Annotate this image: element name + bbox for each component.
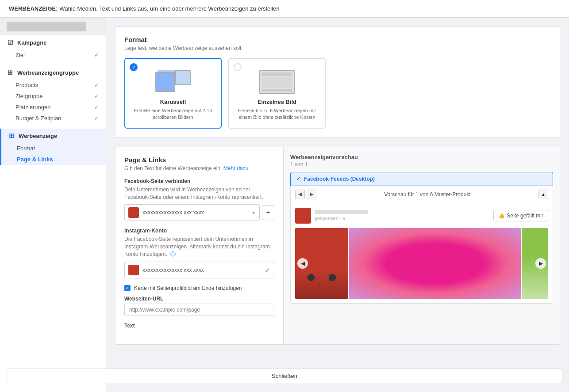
karte-checkbox-label: Karte mit Seitenprofilbild am Ende hinzu… xyxy=(134,285,242,291)
instagram-dot xyxy=(128,265,139,275)
webseiten-url-input[interactable] xyxy=(124,304,274,316)
divider-2 xyxy=(0,126,106,126)
facebook-seite-select-wrapper: xxxxxxxxxxxxxxx xxx xxxx ▼ + xyxy=(124,204,274,221)
karussell-icon xyxy=(155,70,191,94)
instagram-value: xxxxxxxxxxxxxxx xxx xxxx xyxy=(142,267,263,273)
close-button[interactable]: Schließen xyxy=(7,369,106,383)
kampagne-icon: ☑ xyxy=(7,39,14,46)
nav-arrows: ◀ ▶ xyxy=(295,190,316,199)
page-links-title: Page & Links xyxy=(124,156,274,164)
text-label: Text xyxy=(124,323,274,329)
karussell-radio[interactable] xyxy=(130,63,138,71)
werbeanzeige-icon: ⊞ xyxy=(8,132,15,139)
budget-check: ✓ xyxy=(94,115,99,122)
preview-tab-facebook[interactable]: ✓ Facebook-Feeeds (Desktop) xyxy=(290,172,553,186)
format-subtitle: Lege fest, wie deine Werbeanzeige ausseh… xyxy=(124,45,551,51)
sidebar-werbeanzeige-section: ⊞ Werbeanzeige Format Page & Links xyxy=(0,129,106,165)
page-links-subtitle-text: Gib den Text für deine Werbeanzeige ein. xyxy=(124,165,222,171)
chevron-down-icon: ▼ xyxy=(251,210,256,215)
format-option-karussell[interactable]: Karussell Erstelle eine Werbeanzeige mit… xyxy=(124,58,222,129)
facebook-seite-desc: Dein Unternehmen wird in Werbeanzeigen v… xyxy=(124,186,274,201)
sidebar-item-page-links[interactable]: Page & Links xyxy=(1,154,106,165)
zielgruppe-label: Zielgruppe xyxy=(15,93,42,99)
preview-tab-check-icon: ✓ xyxy=(296,176,300,182)
einzelnes-bild-icon xyxy=(259,70,295,94)
img-nav-left[interactable]: ◀ xyxy=(297,258,308,269)
sidebar-group-werbeanzeigengruppe[interactable]: ⊞ Werbeanzeigengruppe xyxy=(0,65,106,80)
avatar xyxy=(295,208,311,224)
karte-checkbox[interactable] xyxy=(124,285,131,291)
instagram-check-icon: ✓ xyxy=(265,266,270,274)
ad-author-sub: gesponsert · ♠ xyxy=(315,216,368,221)
einzelnes-bild-desc: Erstelle bis zu 6 Werbeanzeigen mit eine… xyxy=(236,107,318,121)
add-facebook-seite-button[interactable]: + xyxy=(262,205,274,220)
instagram-select[interactable]: xxxxxxxxxxxxxxx xxx xxxx ✓ xyxy=(124,262,274,278)
text-section: Text xyxy=(124,323,274,329)
logo xyxy=(7,22,86,31)
page-links-panel: Page & Links Gib den Text für deine Werb… xyxy=(115,147,284,344)
einzelnes-bild-name: Einzelnes Bild xyxy=(258,99,296,105)
karte-checkbox-row: Karte mit Seitenprofilbild am Ende hinzu… xyxy=(124,285,274,291)
format-card: Format Lege fest, wie deine Werbeanzeige… xyxy=(115,27,560,138)
zielgruppe-check: ✓ xyxy=(94,93,99,99)
preview-content: ◀ ▶ Vorschau für 1 von 6 Muster-Produkt … xyxy=(290,186,553,304)
werbeanzeigengruppe-icon: ⊞ xyxy=(7,69,14,76)
sidebar-group-kampagne[interactable]: ☑ Kampagne xyxy=(0,35,106,49)
platzierungen-check: ✓ xyxy=(94,104,99,110)
sidebar-logo xyxy=(0,18,106,35)
preview-tab-label: Facebook-Feeeds (Desktop) xyxy=(304,176,375,182)
ziel-check: ✓ xyxy=(94,52,99,58)
format-option-einzelnes-bild[interactable]: Einzelnes Bild Erstelle bis zu 6 Werbean… xyxy=(228,58,326,129)
karussell-left-img xyxy=(155,72,175,92)
preview-nav-bar: ◀ ▶ Vorschau für 1 von 6 Muster-Produkt … xyxy=(291,186,553,203)
img-nav-right[interactable]: ▶ xyxy=(535,258,546,269)
ziel-label: Ziel xyxy=(15,52,25,58)
ad-author-info: gesponsert · ♠ xyxy=(315,210,368,221)
karussell-name: Karussell xyxy=(160,99,186,105)
format-nav-label: Format xyxy=(17,145,35,152)
ad-author-name xyxy=(315,210,368,214)
kampagne-label: Kampagne xyxy=(17,39,46,46)
instagram-section: Instagram-Konto Die Facebook-Seite reprä… xyxy=(124,228,274,278)
nav-prev-button[interactable]: ◀ xyxy=(295,190,305,199)
sidebar-item-ziel[interactable]: Ziel ✓ xyxy=(0,49,106,61)
page-links-subtitle: Gib den Text für deine Werbeanzeige ein.… xyxy=(124,165,274,171)
page-links-mehr-dazu[interactable]: Mehr dazu. xyxy=(223,165,250,171)
einzelnes-bild-radio[interactable] xyxy=(234,63,242,71)
ad-preview: gesponsert · ♠ 👍 Seite gefällt mir xyxy=(291,203,553,303)
instagram-label: Instagram-Konto xyxy=(124,228,274,234)
ad-author: gesponsert · ♠ xyxy=(295,208,368,224)
products-label: Products xyxy=(15,82,38,88)
sidebar: ☑ Kampagne Ziel ✓ ⊞ Werbeanzeigengruppe … xyxy=(0,18,106,392)
webseiten-url-label: Webseiten-URL xyxy=(124,296,274,302)
instagram-info-icon[interactable]: ⓘ xyxy=(170,251,176,257)
sidebar-item-zielgruppe[interactable]: Zielgruppe ✓ xyxy=(0,91,106,102)
like-button[interactable]: 👍 Seite gefällt mir xyxy=(493,210,548,221)
format-options: Karussell Erstelle eine Werbeanzeige mit… xyxy=(124,58,551,129)
ad-images: ◀ ▶ xyxy=(295,228,548,299)
nav-next-button[interactable]: ▶ xyxy=(307,190,316,199)
webseiten-url-section: Webseiten-URL xyxy=(124,296,274,316)
facebook-seite-value: xxxxxxxxxxxxxxx xxx xxxx xyxy=(142,209,249,216)
app-layout: ☑ Kampagne Ziel ✓ ⊞ Werbeanzeigengruppe … xyxy=(0,18,569,392)
top-header: WERBEANZEIGE: Wähle Medien, Text und Lin… xyxy=(0,0,569,18)
ad-image-2 xyxy=(349,228,521,299)
facebook-seite-section: Facebook-Seite verbinden Dein Unternehme… xyxy=(124,178,274,221)
preview-title: Werbeanzeigenvorschau xyxy=(290,154,553,160)
header-prefix: WERBEANZEIGE: xyxy=(9,5,58,12)
like-label: Seite gefällt mir xyxy=(507,213,543,219)
sidebar-item-format[interactable]: Format xyxy=(1,143,106,154)
single-bot-bar xyxy=(262,89,292,91)
sidebar-group-werbeanzeige[interactable]: ⊞ Werbeanzeige xyxy=(1,129,106,143)
sidebar-item-budget[interactable]: Budget & Zeitplan ✓ xyxy=(0,113,106,124)
preview-count: 1 von 1 xyxy=(290,161,553,167)
facebook-seite-select[interactable]: xxxxxxxxxxxxxxx xxx xxxx ▼ xyxy=(124,204,260,221)
sidebar-item-products[interactable]: Products ✓ xyxy=(0,80,106,91)
sidebar-item-platzierungen[interactable]: Platzierungen ✓ xyxy=(0,102,106,113)
page-links-nav-label: Page & Links xyxy=(17,156,53,163)
divider-1 xyxy=(0,63,106,63)
facebook-seite-label: Facebook-Seite verbinden xyxy=(124,178,274,184)
ad-header: gesponsert · ♠ 👍 Seite gefällt mir xyxy=(295,208,548,224)
header-subtitle: Wähle Medien, Text und Links aus, um ein… xyxy=(59,5,279,12)
preview-collapse-button[interactable]: ▲ xyxy=(538,190,548,199)
